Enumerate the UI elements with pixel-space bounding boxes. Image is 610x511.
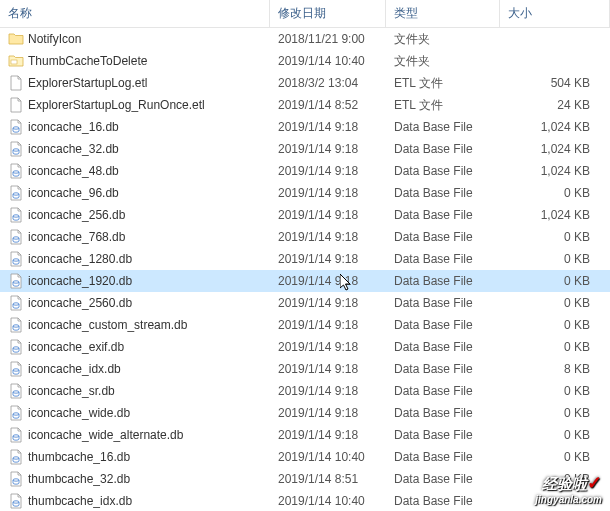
db-icon [8, 383, 24, 399]
file-row[interactable]: iconcache_48.db2019/1/14 9:18Data Base F… [0, 160, 610, 182]
column-header-name[interactable]: 名称 [0, 0, 270, 27]
file-size-cell: 0 KB [500, 226, 610, 248]
file-name-cell[interactable]: ThumbCacheToDelete [0, 50, 270, 72]
file-name-cell[interactable]: iconcache_16.db [0, 116, 270, 138]
file-date-cell: 2019/1/14 10:40 [270, 50, 386, 72]
file-type-cell: Data Base File [386, 468, 500, 490]
file-row[interactable]: iconcache_96.db2019/1/14 9:18Data Base F… [0, 182, 610, 204]
file-row[interactable]: iconcache_2560.db2019/1/14 9:18Data Base… [0, 292, 610, 314]
file-name-cell[interactable]: iconcache_wide.db [0, 402, 270, 424]
file-type-cell: Data Base File [386, 204, 500, 226]
column-header-date[interactable]: 修改日期 [270, 0, 386, 27]
file-type-cell: 文件夹 [386, 50, 500, 72]
file-size-cell: 1,024 KB [500, 160, 610, 182]
file-name-cell[interactable]: iconcache_sr.db [0, 380, 270, 402]
file-size-cell: 0 KB [500, 314, 610, 336]
file-name-cell[interactable]: ExplorerStartupLog.etl [0, 72, 270, 94]
file-size-cell: 0 KB [500, 468, 610, 490]
file-name-cell[interactable]: iconcache_256.db [0, 204, 270, 226]
db-icon [8, 493, 24, 509]
file-row[interactable]: thumbcache_16.db2019/1/14 10:40Data Base… [0, 446, 610, 468]
file-name-label: iconcache_idx.db [28, 362, 121, 376]
file-type-cell: Data Base File [386, 424, 500, 446]
file-name-cell[interactable]: ExplorerStartupLog_RunOnce.etl [0, 94, 270, 116]
file-row[interactable]: iconcache_idx.db2019/1/14 9:18Data Base … [0, 358, 610, 380]
file-row[interactable]: iconcache_wide_alternate.db2019/1/14 9:1… [0, 424, 610, 446]
file-type-cell: Data Base File [386, 490, 500, 511]
file-row[interactable]: iconcache_1280.db2019/1/14 9:18Data Base… [0, 248, 610, 270]
file-size-cell: 0 KB [500, 270, 610, 292]
file-icon [8, 97, 24, 113]
file-type-cell: Data Base File [386, 402, 500, 424]
file-type-cell: ETL 文件 [386, 72, 500, 94]
file-row[interactable]: iconcache_custom_stream.db2019/1/14 9:18… [0, 314, 610, 336]
file-name-cell[interactable]: thumbcache_32.db [0, 468, 270, 490]
file-size-cell: 0 KB [500, 424, 610, 446]
file-size-cell [500, 50, 610, 72]
file-row[interactable]: iconcache_exif.db2019/1/14 9:18Data Base… [0, 336, 610, 358]
file-name-cell[interactable]: iconcache_1280.db [0, 248, 270, 270]
file-type-cell: Data Base File [386, 160, 500, 182]
file-row[interactable]: iconcache_256.db2019/1/14 9:18Data Base … [0, 204, 610, 226]
file-name-label: thumbcache_32.db [28, 472, 130, 486]
file-name-cell[interactable]: iconcache_idx.db [0, 358, 270, 380]
db-icon [8, 405, 24, 421]
file-row[interactable]: thumbcache_32.db2019/1/14 8:51Data Base … [0, 468, 610, 490]
file-type-cell: Data Base File [386, 446, 500, 468]
db-icon [8, 119, 24, 135]
file-name-cell[interactable]: iconcache_768.db [0, 226, 270, 248]
file-name-cell[interactable]: iconcache_96.db [0, 182, 270, 204]
file-row[interactable]: iconcache_32.db2019/1/14 9:18Data Base F… [0, 138, 610, 160]
file-date-cell: 2019/1/14 9:18 [270, 182, 386, 204]
db-icon [8, 251, 24, 267]
file-type-cell: ETL 文件 [386, 94, 500, 116]
file-name-label: iconcache_exif.db [28, 340, 124, 354]
file-date-cell: 2019/1/14 9:18 [270, 424, 386, 446]
folder-icon [8, 31, 24, 47]
file-name-cell[interactable]: iconcache_exif.db [0, 336, 270, 358]
file-type-cell: Data Base File [386, 248, 500, 270]
file-name-cell[interactable]: iconcache_32.db [0, 138, 270, 160]
file-row[interactable]: iconcache_sr.db2019/1/14 9:18Data Base F… [0, 380, 610, 402]
file-row[interactable]: thumbcache_idx.db2019/1/14 10:40Data Bas… [0, 490, 610, 511]
db-icon [8, 185, 24, 201]
folder-alt-icon [8, 53, 24, 69]
file-date-cell: 2019/1/14 9:18 [270, 358, 386, 380]
file-name-label: iconcache_1920.db [28, 274, 132, 288]
file-row[interactable]: ThumbCacheToDelete2019/1/14 10:40文件夹 [0, 50, 610, 72]
column-header-type[interactable]: 类型 [386, 0, 500, 27]
file-row[interactable]: iconcache_16.db2019/1/14 9:18Data Base F… [0, 116, 610, 138]
file-type-cell: Data Base File [386, 226, 500, 248]
file-row[interactable]: ExplorerStartupLog.etl2018/3/2 13:04ETL … [0, 72, 610, 94]
file-name-cell[interactable]: iconcache_wide_alternate.db [0, 424, 270, 446]
file-name-label: ThumbCacheToDelete [28, 54, 147, 68]
file-date-cell: 2019/1/14 9:18 [270, 336, 386, 358]
file-row[interactable]: iconcache_wide.db2019/1/14 9:18Data Base… [0, 402, 610, 424]
db-icon [8, 295, 24, 311]
file-type-cell: Data Base File [386, 182, 500, 204]
file-name-label: ExplorerStartupLog_RunOnce.etl [28, 98, 205, 112]
db-icon [8, 339, 24, 355]
svg-rect-0 [11, 60, 17, 64]
file-name-cell[interactable]: thumbcache_16.db [0, 446, 270, 468]
file-type-cell: Data Base File [386, 380, 500, 402]
file-row[interactable]: NotifyIcon2018/11/21 9:00文件夹 [0, 28, 610, 50]
file-name-label: thumbcache_16.db [28, 450, 130, 464]
file-name-label: thumbcache_idx.db [28, 494, 132, 508]
file-name-cell[interactable]: iconcache_2560.db [0, 292, 270, 314]
file-size-cell: 0 KB [500, 402, 610, 424]
db-icon [8, 471, 24, 487]
file-name-cell[interactable]: iconcache_custom_stream.db [0, 314, 270, 336]
file-row[interactable]: ExplorerStartupLog_RunOnce.etl2019/1/14 … [0, 94, 610, 116]
file-name-label: iconcache_32.db [28, 142, 119, 156]
file-name-cell[interactable]: iconcache_1920.db [0, 270, 270, 292]
column-header-size[interactable]: 大小 [500, 0, 610, 27]
file-name-cell[interactable]: NotifyIcon [0, 28, 270, 50]
file-row[interactable]: iconcache_768.db2019/1/14 9:18Data Base … [0, 226, 610, 248]
file-name-cell[interactable]: iconcache_48.db [0, 160, 270, 182]
file-date-cell: 2019/1/14 8:52 [270, 94, 386, 116]
file-row[interactable]: iconcache_1920.db2019/1/14 9:18Data Base… [0, 270, 610, 292]
file-name-cell[interactable]: thumbcache_idx.db [0, 490, 270, 511]
db-icon [8, 207, 24, 223]
file-name-label: iconcache_96.db [28, 186, 119, 200]
